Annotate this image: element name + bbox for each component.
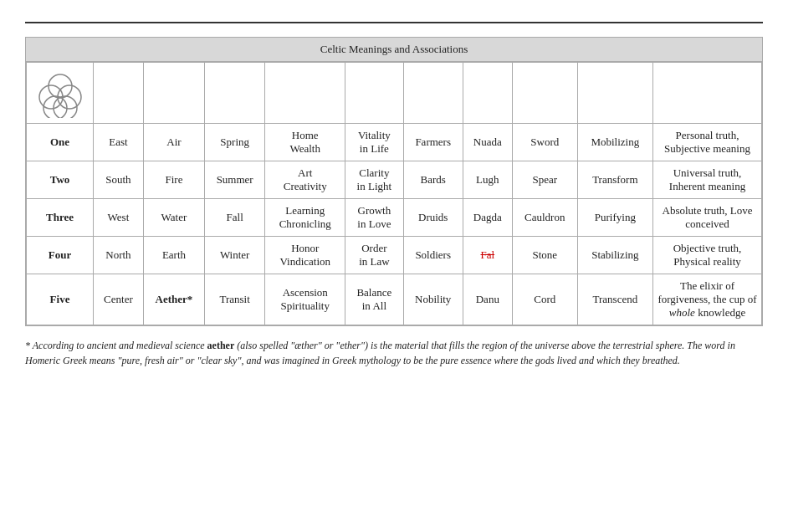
table-row: ThreeWestWaterFallLearningChroniclingGro… [27,199,762,237]
row-label: Four [27,237,94,274]
row-direction: Center [94,274,144,325]
element-header [143,63,204,124]
page-title [25,17,763,23]
row-cup-of-truth: Absolute truth, Love conceived [653,199,762,237]
gift-of-danu-header [512,63,577,124]
row-ritual: Stabilizing [577,237,652,274]
ritual-header [577,63,652,124]
row-ruling: HonorVindication [265,237,345,274]
row-station: Nobility [403,274,463,325]
child-of-danu-header [463,63,512,124]
row-cup-of-truth: Objective truth, Physical reality [653,237,762,274]
table-caption-row: Celtic Meanings and Associations [26,38,762,62]
ruling-header [265,63,345,124]
row-direction: West [94,199,144,237]
symbol-header [27,63,94,124]
svg-point-0 [49,74,72,98]
row-cup-of-truth: The elixir of forgiveness, the cup of wh… [653,274,762,325]
row-element: Earth [143,237,204,274]
row-element: Fire [143,161,204,199]
table-row: FiveCenterAether*TransitAscensionSpiritu… [27,274,762,325]
row-ritual: Purifying [577,199,652,237]
row-station: Soldiers [403,237,463,274]
row-season: Transit [205,274,265,325]
aether-bold: aether [207,340,235,351]
row-label: One [27,124,94,161]
table-row: FourNorthEarthWinterHonorVindicationOrde… [27,237,762,274]
celtic-meanings-table: OneEastAirSpringHomeWealthVitalityin Lif… [26,62,762,325]
table-row: OneEastAirSpringHomeWealthVitalityin Lif… [27,124,762,161]
row-season: Fall [205,199,265,237]
row-child-of-danu: Danu [463,274,512,325]
row-element: Aether* [143,274,204,325]
row-ruling: AscensionSpirituality [265,274,345,325]
row-station: Farmers [403,124,463,161]
row-direction: South [94,161,144,199]
row-ritual: Mobilizing [577,124,652,161]
table-row: TwoSouthFireSummerArtCreativityClarityin… [27,161,762,199]
row-tenet: Vitalityin Life [345,124,403,161]
row-ruling: ArtCreativity [265,161,345,199]
row-cup-of-truth: Universal truth, Inherent meaning [653,161,762,199]
season-header [205,63,265,124]
tenet-header [345,63,403,124]
row-station: Druids [403,199,463,237]
row-gift-of-danu: Sword [512,124,577,161]
row-season: Summer [205,161,265,199]
row-tenet: Balancein All [345,274,403,325]
footnote: * According to ancient and medieval scie… [25,338,763,368]
row-direction: North [94,237,144,274]
row-child-of-danu: Nuada [463,124,512,161]
row-child-of-danu: Dagda [463,199,512,237]
cup-of-truth-header [653,63,762,124]
row-gift-of-danu: Stone [512,237,577,274]
five-fold-symbol [35,68,85,118]
row-child-of-danu: Lugh [463,161,512,199]
direction-header [94,63,144,124]
row-gift-of-danu: Spear [512,161,577,199]
row-element: Water [143,199,204,237]
row-tenet: Clarityin Light [345,161,403,199]
row-ritual: Transcend [577,274,652,325]
row-season: Winter [205,237,265,274]
row-ruling: HomeWealth [265,124,345,161]
row-gift-of-danu: Cauldron [512,199,577,237]
row-season: Spring [205,124,265,161]
row-label: Two [27,161,94,199]
row-cup-of-truth: Personal truth, Subjective meaning [653,124,762,161]
row-element: Air [143,124,204,161]
row-ritual: Transform [577,161,652,199]
row-gift-of-danu: Cord [512,274,577,325]
row-station: Bards [403,161,463,199]
row-child-of-danu: Fal [463,237,512,274]
row-tenet: Growthin Love [345,199,403,237]
row-tenet: Orderin Law [345,237,403,274]
table-caption-text: Celtic Meanings and Associations [320,43,468,55]
station-header [403,63,463,124]
row-label: Five [27,274,94,325]
table-header-row [27,63,762,124]
row-label: Three [27,199,94,237]
row-direction: East [94,124,144,161]
row-ruling: LearningChronicling [265,199,345,237]
table-container: Celtic Meanings and Associations [25,37,763,326]
